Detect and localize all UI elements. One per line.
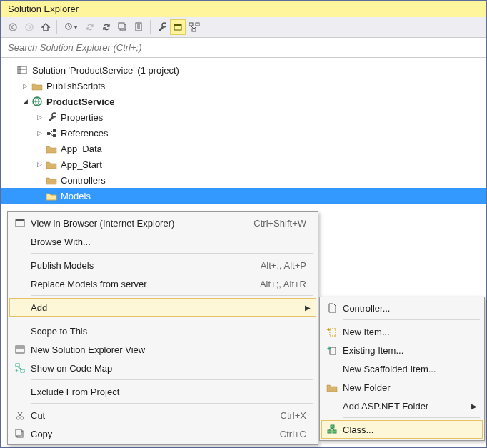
svg-rect-14 — [192, 29, 196, 31]
document-icon — [324, 303, 340, 313]
controllers-node[interactable]: Controllers — [1, 172, 486, 188]
svg-point-17 — [52, 113, 56, 117]
copy-icon — [12, 429, 28, 439]
menu-replace[interactable]: Replace Models from server Alt+;, Alt+R — [9, 274, 316, 293]
submenu-newfolder[interactable]: New Folder — [321, 378, 483, 397]
appdata-node[interactable]: App_Data — [1, 141, 486, 156]
svg-rect-20 — [53, 134, 56, 137]
node-label: PublishScripts — [46, 81, 105, 91]
properties-node[interactable]: ▷ Properties — [1, 109, 486, 125]
submenu-existingitem[interactable]: + Existing Item... — [321, 341, 483, 359]
menu-separator — [343, 417, 480, 418]
toolbar: ▾ — [1, 17, 486, 38]
svg-point-9 — [162, 23, 166, 27]
codemap-icon: + — [12, 363, 28, 373]
expander-icon — [35, 191, 44, 200]
expander-icon[interactable]: ▷ — [35, 129, 44, 137]
back-button[interactable] — [5, 19, 21, 35]
svg-rect-26 — [21, 369, 24, 372]
explorer-icon — [12, 344, 28, 354]
svg-rect-18 — [47, 132, 50, 135]
node-label: App_Start — [61, 159, 102, 170]
svg-point-1 — [26, 24, 33, 31]
svg-rect-23 — [16, 346, 24, 353]
submenu-controller[interactable]: Controller... — [321, 299, 483, 317]
node-label: Controllers — [61, 175, 106, 186]
menu-codemap[interactable]: + Show on Code Map — [9, 359, 316, 377]
search-box[interactable] — [1, 38, 486, 58]
panel-title: Solution Explorer — [1, 1, 486, 17]
node-label: References — [61, 128, 108, 139]
submenu-aspfolder[interactable]: Add ASP.NET Folder ▶ — [321, 397, 483, 415]
svg-rect-15 — [18, 66, 26, 74]
add-submenu: Controller... New Item... + Existing Ite… — [319, 297, 485, 441]
submenu-class[interactable]: Class... — [321, 420, 483, 439]
menu-exclude[interactable]: Exclude From Project — [9, 382, 316, 401]
project-icon — [31, 96, 44, 107]
folder-icon — [45, 143, 58, 154]
svg-rect-35 — [331, 425, 334, 428]
folder-icon — [45, 190, 58, 201]
menu-copy[interactable]: Copy Ctrl+C — [9, 424, 316, 443]
expander-icon[interactable] — [6, 66, 15, 74]
models-node[interactable]: Models — [1, 188, 486, 204]
search-input[interactable] — [6, 39, 481, 56]
menu-separator — [343, 319, 480, 320]
folder-icon — [31, 80, 44, 91]
menu-view-in-browser[interactable]: View in Browser (Internet Explorer) Ctrl… — [9, 214, 316, 232]
svg-point-28 — [16, 417, 19, 419]
submenu-newitem[interactable]: New Item... — [321, 322, 483, 341]
svg-text:+: + — [15, 367, 19, 373]
node-label: ProductService — [46, 96, 114, 107]
menu-separator — [31, 403, 313, 404]
svg-rect-25 — [16, 364, 19, 367]
svg-rect-12 — [189, 23, 193, 26]
browser-icon — [12, 218, 28, 228]
svg-rect-22 — [16, 219, 24, 221]
svg-rect-19 — [53, 129, 56, 132]
expander-icon[interactable]: ▷ — [35, 160, 44, 169]
solution-node[interactable]: Solution 'ProductService' (1 project) — [1, 62, 486, 78]
menu-publish[interactable]: Publish Models Alt+;, Alt+P — [9, 256, 316, 274]
node-label: App_Data — [61, 144, 102, 154]
expander-icon[interactable]: ◢ — [21, 97, 29, 106]
show-all-files-button[interactable] — [131, 19, 147, 35]
references-node[interactable]: ▷ References — [1, 125, 486, 141]
cut-icon — [12, 410, 28, 420]
folder-icon — [45, 159, 58, 170]
menu-scope[interactable]: Scope to This — [9, 322, 316, 340]
pending-changes-filter-button[interactable]: ▾ — [60, 19, 81, 35]
menu-separator — [31, 379, 313, 380]
expander-icon — [35, 176, 44, 184]
collapse-all-button[interactable] — [115, 19, 131, 35]
folder-icon — [324, 383, 340, 392]
appstart-node[interactable]: ▷ App_Start — [1, 156, 486, 172]
menu-add[interactable]: Add ▶ — [9, 298, 316, 317]
forward-button[interactable] — [21, 19, 37, 35]
code-map-button[interactable] — [186, 19, 202, 35]
refresh-button[interactable] — [99, 19, 114, 35]
home-button[interactable] — [38, 19, 54, 35]
menu-cut[interactable]: Cut Ctrl+X — [9, 406, 316, 424]
new-item-icon — [324, 327, 340, 337]
properties-button[interactable] — [154, 19, 169, 35]
svg-rect-32 — [330, 329, 336, 336]
preview-button[interactable] — [170, 19, 186, 35]
menu-new-explorer[interactable]: New Solution Explorer View — [9, 340, 316, 359]
expander-icon[interactable]: ▷ — [35, 113, 44, 121]
project-node[interactable]: ◢ ProductService — [1, 94, 486, 109]
svg-point-29 — [21, 417, 24, 419]
submenu-arrow-icon: ▶ — [471, 402, 477, 410]
svg-rect-11 — [174, 24, 181, 26]
sync-button[interactable] — [82, 19, 98, 35]
existing-item-icon: + — [324, 345, 340, 355]
publishscripts-node[interactable]: ▷ PublishScripts — [1, 78, 486, 94]
menu-separator — [31, 295, 313, 296]
expander-icon — [35, 144, 44, 153]
node-label: Solution 'ProductService' (1 project) — [32, 65, 179, 76]
node-label: Properties — [61, 112, 103, 123]
expander-icon[interactable]: ▷ — [21, 81, 29, 90]
menu-browse-with[interactable]: Browse With... — [9, 232, 316, 251]
class-icon — [324, 424, 340, 434]
submenu-scaffold[interactable]: New Scaffolded Item... — [321, 359, 483, 378]
